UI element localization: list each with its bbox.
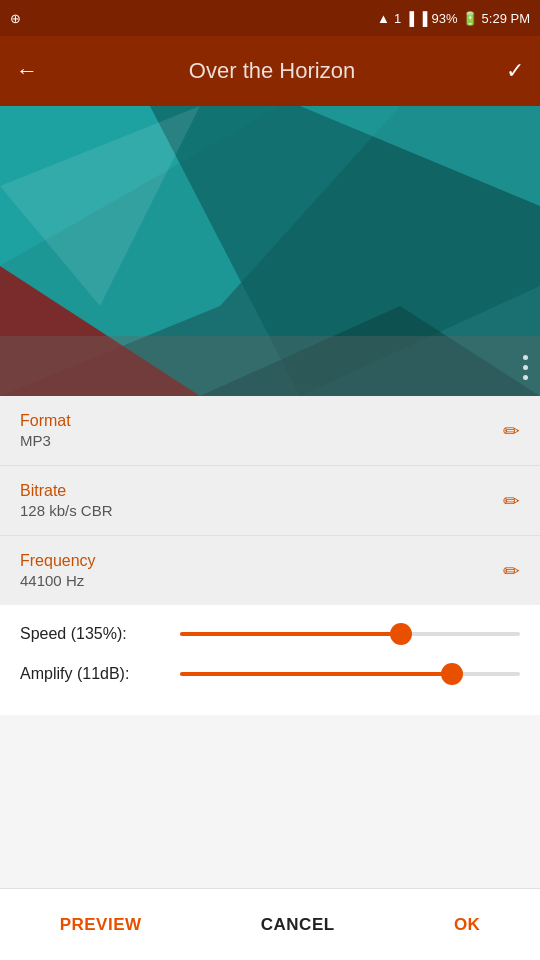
page-title: Over the Horizon xyxy=(189,58,355,84)
speed-slider-row: Speed (135%): xyxy=(20,625,520,643)
format-value: MP3 xyxy=(20,432,71,449)
amplify-slider-row: Amplify (11dB): xyxy=(20,665,520,683)
format-row: Format MP3 ✏ xyxy=(0,396,540,466)
signal1-icon: ▐ xyxy=(405,11,414,26)
preview-button[interactable]: PREVIEW xyxy=(36,905,166,945)
format-info: Format MP3 xyxy=(20,412,71,449)
bitrate-row: Bitrate 128 kb/s CBR ✏ xyxy=(0,466,540,536)
status-right: ▲ 1 ▐ ▐ 93% 🔋 5:29 PM xyxy=(377,11,530,26)
app-bar: ← Over the Horizon ✓ xyxy=(0,36,540,106)
dot3 xyxy=(523,375,528,380)
status-left: ⊕ xyxy=(10,11,21,26)
frequency-value: 44100 Hz xyxy=(20,572,96,589)
amplify-thumb xyxy=(441,663,463,685)
battery-percent: 93% xyxy=(432,11,458,26)
format-label: Format xyxy=(20,412,71,430)
format-edit-icon[interactable]: ✏ xyxy=(503,419,520,443)
wifi-icon: ▲ xyxy=(377,11,390,26)
album-art-svg xyxy=(0,106,540,396)
dot2 xyxy=(523,365,528,370)
cancel-button[interactable]: CANCEL xyxy=(237,905,359,945)
frequency-info: Frequency 44100 Hz xyxy=(20,552,96,589)
dot1 xyxy=(523,355,528,360)
confirm-button[interactable]: ✓ xyxy=(506,58,524,84)
overflow-menu[interactable] xyxy=(523,355,528,380)
album-art xyxy=(0,106,540,396)
bitrate-value: 128 kb/s CBR xyxy=(20,502,113,519)
bitrate-label: Bitrate xyxy=(20,482,113,500)
settings-panel: Format MP3 ✏ Bitrate 128 kb/s CBR ✏ Freq… xyxy=(0,396,540,605)
frequency-edit-icon[interactable]: ✏ xyxy=(503,559,520,583)
battery-icon: 🔋 xyxy=(462,11,478,26)
amplify-fill xyxy=(180,672,452,676)
signal2-icon: ▐ xyxy=(418,11,427,26)
status-bar: ⊕ ▲ 1 ▐ ▐ 93% 🔋 5:29 PM xyxy=(0,0,540,36)
frequency-label: Frequency xyxy=(20,552,96,570)
clock: 5:29 PM xyxy=(482,11,530,26)
svg-rect-8 xyxy=(0,336,540,396)
amplify-track[interactable] xyxy=(180,672,520,676)
ok-button[interactable]: OK xyxy=(430,905,505,945)
bitrate-info: Bitrate 128 kb/s CBR xyxy=(20,482,113,519)
action-bar: PREVIEW CANCEL OK xyxy=(0,888,540,960)
sliders-area: Speed (135%): Amplify (11dB): xyxy=(0,605,540,715)
speed-thumb xyxy=(390,623,412,645)
speed-track[interactable] xyxy=(180,632,520,636)
back-button[interactable]: ← xyxy=(16,58,38,84)
frequency-row: Frequency 44100 Hz ✏ xyxy=(0,536,540,605)
bitrate-edit-icon[interactable]: ✏ xyxy=(503,489,520,513)
circle-icon: ⊕ xyxy=(10,11,21,26)
speed-label: Speed (135%): xyxy=(20,625,180,643)
speed-fill xyxy=(180,632,401,636)
amplify-label: Amplify (11dB): xyxy=(20,665,180,683)
sim1-icon: 1 xyxy=(394,11,401,26)
